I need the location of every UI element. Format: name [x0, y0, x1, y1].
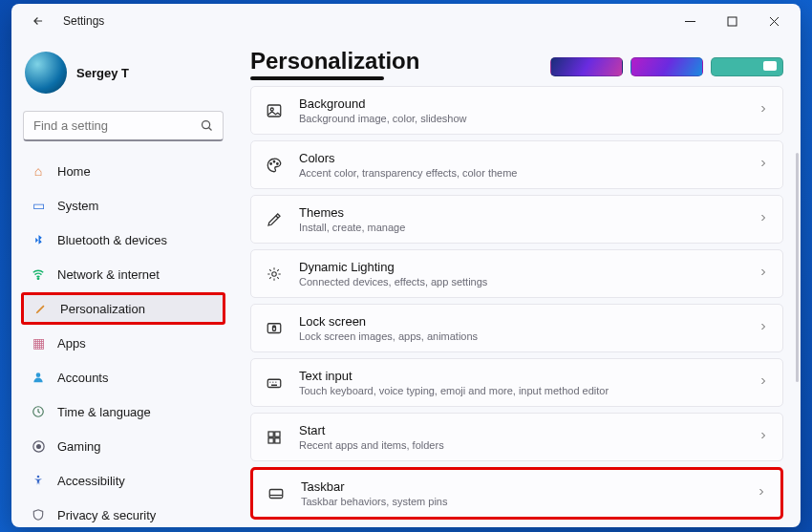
close-button[interactable] — [753, 7, 795, 35]
svg-point-11 — [273, 160, 275, 162]
search-icon — [200, 118, 214, 136]
card-title: Colors — [299, 151, 742, 165]
svg-point-6 — [36, 444, 40, 448]
clock-icon — [31, 404, 46, 419]
card-subtitle: Recent apps and items, folders — [299, 439, 742, 451]
chevron-right-icon — [758, 103, 769, 117]
card-lock-screen[interactable]: Lock screen Lock screen images, apps, an… — [250, 304, 783, 352]
card-subtitle: Accent color, transparency effects, colo… — [299, 167, 742, 179]
theme-thumb[interactable] — [550, 57, 623, 76]
system-icon: ▭ — [31, 198, 46, 213]
titlebar: Settings — [11, 4, 801, 38]
card-text-input[interactable]: Text input Touch keyboard, voice typing,… — [250, 358, 783, 407]
nav-label: Personalization — [60, 302, 145, 316]
svg-rect-17 — [268, 432, 273, 436]
card-title: Background — [299, 96, 742, 111]
username: Sergey T — [76, 66, 129, 80]
accessibility-icon — [31, 473, 46, 488]
bluetooth-icon — [31, 232, 46, 247]
person-icon — [31, 370, 46, 385]
nav-accessibility[interactable]: Accessibility — [21, 464, 225, 497]
nav-label: Bluetooth & devices — [57, 233, 167, 247]
sidebar: Sergey T ⌂ Home ▭ System — [11, 38, 233, 527]
nav-label: Network & internet — [57, 267, 160, 282]
sparkle-icon — [265, 265, 284, 284]
card-colors[interactable]: Colors Accent color, transparency effect… — [250, 140, 783, 189]
card-subtitle: Taskbar behaviors, system pins — [301, 496, 740, 507]
card-subtitle: Background image, color, slideshow — [299, 113, 742, 124]
profile-block[interactable]: Sergey T — [21, 44, 225, 107]
nav-accounts[interactable]: Accounts — [21, 361, 225, 394]
nav-label: Privacy & security — [57, 508, 156, 522]
maximize-button[interactable] — [711, 7, 753, 35]
chevron-right-icon — [758, 212, 769, 226]
shield-icon — [31, 507, 46, 522]
svg-point-13 — [272, 271, 277, 276]
svg-point-1 — [203, 121, 210, 129]
settings-window: Settings Sergey T — [11, 4, 801, 527]
svg-rect-0 — [728, 17, 737, 26]
svg-point-7 — [37, 476, 40, 479]
svg-rect-21 — [269, 489, 283, 498]
nav-time-language[interactable]: Time & language — [21, 395, 225, 428]
nav-bluetooth[interactable]: Bluetooth & devices — [21, 223, 225, 256]
card-title: Themes — [299, 205, 742, 220]
svg-point-2 — [37, 278, 38, 279]
gaming-icon — [31, 438, 46, 454]
card-dynamic-lighting[interactable]: Dynamic Lighting Connected devices, effe… — [250, 249, 783, 298]
nav-network[interactable]: Network & internet — [21, 258, 225, 290]
svg-rect-8 — [267, 105, 281, 117]
card-taskbar[interactable]: Taskbar Taskbar behaviors, system pins — [250, 467, 783, 520]
main-pane: Personalization Background Background im… — [233, 38, 801, 527]
title-underline — [250, 76, 384, 80]
svg-point-10 — [270, 162, 272, 164]
picture-icon — [265, 101, 284, 120]
theme-thumb[interactable] — [711, 57, 783, 76]
svg-point-9 — [270, 108, 273, 111]
card-start[interactable]: Start Recent apps and items, folders — [250, 413, 783, 461]
svg-rect-16 — [267, 379, 281, 387]
card-subtitle: Install, create, manage — [299, 222, 742, 233]
theme-thumb[interactable] — [630, 57, 703, 76]
avatar — [25, 52, 67, 94]
chevron-right-icon — [756, 486, 767, 500]
svg-rect-18 — [275, 432, 280, 436]
card-subtitle: Lock screen images, apps, animations — [299, 330, 742, 342]
palette-icon — [265, 156, 284, 175]
minimize-button[interactable] — [669, 7, 711, 35]
card-background[interactable]: Background Background image, color, slid… — [250, 86, 783, 135]
chevron-right-icon — [758, 375, 769, 390]
nav-apps[interactable]: ▦ Apps — [21, 327, 225, 359]
card-title: Taskbar — [301, 479, 740, 494]
start-icon — [265, 428, 284, 447]
nav-privacy[interactable]: Privacy & security — [21, 499, 225, 527]
nav-gaming[interactable]: Gaming — [21, 430, 225, 462]
nav-label: Home — [57, 164, 91, 179]
nav-home[interactable]: ⌂ Home — [21, 155, 225, 187]
svg-rect-20 — [275, 437, 280, 442]
lock-screen-icon — [265, 319, 284, 338]
svg-rect-14 — [267, 323, 281, 332]
chevron-right-icon — [758, 266, 769, 281]
close-icon — [769, 16, 780, 27]
wifi-icon — [31, 266, 46, 282]
nav-label: Accessibility — [57, 474, 125, 488]
scrollbar[interactable] — [796, 153, 799, 382]
maximize-icon — [727, 16, 737, 27]
svg-rect-19 — [268, 437, 273, 442]
nav-label: Time & language — [57, 405, 151, 419]
card-themes[interactable]: Themes Install, create, manage — [250, 195, 783, 244]
search-input[interactable] — [23, 111, 224, 141]
chevron-right-icon — [758, 430, 769, 444]
apps-icon: ▦ — [31, 335, 46, 351]
nav-list: ⌂ Home ▭ System Bluetooth & devices — [21, 155, 225, 527]
nav-personalization[interactable]: Personalization — [21, 292, 225, 325]
taskbar-icon — [267, 484, 286, 503]
window-title: Settings — [63, 14, 104, 28]
nav-label: Apps — [57, 336, 86, 351]
nav-system[interactable]: ▭ System — [21, 189, 225, 222]
card-title: Dynamic Lighting — [299, 260, 742, 274]
nav-label: System — [57, 199, 98, 213]
back-button[interactable] — [25, 8, 52, 34]
svg-point-12 — [277, 162, 279, 164]
